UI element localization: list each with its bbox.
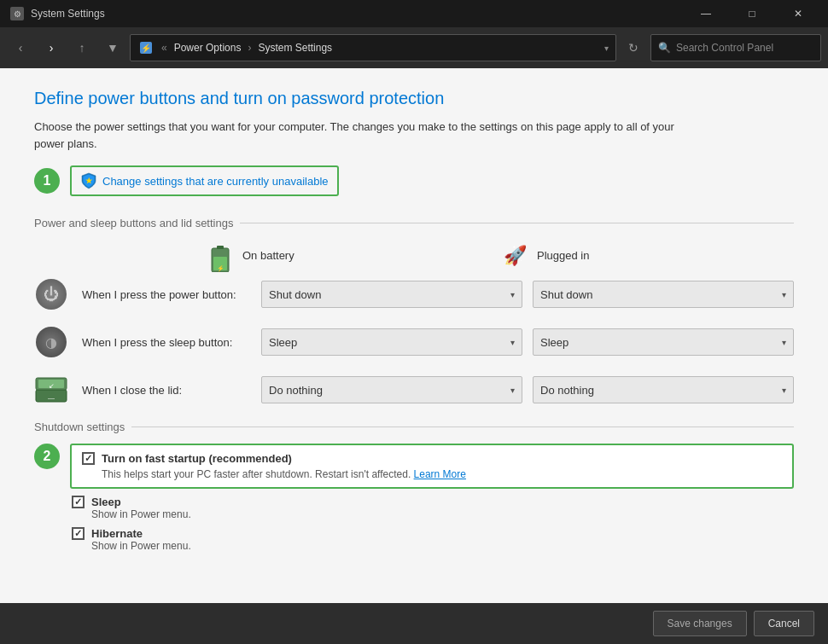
sleep-cb-desc: Show in Power menu.: [91, 508, 794, 520]
close-button[interactable]: ✕: [778, 0, 818, 27]
cancel-button[interactable]: Cancel: [754, 611, 814, 636]
search-icon: 🔍: [658, 42, 671, 54]
hibernate-cb-desc: Show in Power menu.: [91, 540, 794, 552]
breadcrumb-power-options[interactable]: Power Options: [174, 42, 242, 54]
back-button[interactable]: ‹: [7, 34, 34, 61]
hibernate-cb-label: Hibernate: [91, 527, 143, 540]
power-button-controls: Shut down ▾ Shut down ▾: [261, 281, 794, 308]
address-home-icon: ⚡: [137, 39, 155, 56]
sleep-checkbox[interactable]: [72, 496, 85, 508]
sleep-plugged-in-value: Sleep: [540, 336, 569, 349]
lid-plugged-in-dropdown[interactable]: Do nothing ▾: [533, 376, 794, 403]
learn-more-link[interactable]: Learn More: [414, 468, 466, 480]
power-plugged-in-value: Shut down: [540, 288, 592, 301]
title-bar: ⚙ System Settings — □ ✕: [0, 0, 828, 27]
breadcrumb-separator-1: «: [161, 42, 167, 54]
breadcrumb-system-settings[interactable]: System Settings: [258, 42, 332, 54]
power-on-battery-value: Shut down: [269, 288, 321, 301]
page-description: Choose the power settings that you want …: [34, 119, 700, 152]
shutdown-section: Shutdown settings 2 Turn on fast startup…: [34, 421, 794, 552]
up-button[interactable]: ↑: [68, 34, 96, 61]
svg-text:—: —: [48, 394, 55, 402]
svg-text:⚡: ⚡: [217, 264, 224, 272]
sleep-cb-line: Sleep: [72, 496, 794, 508]
breadcrumb-separator-2: ›: [248, 42, 251, 54]
hibernate-checkbox-row: Hibernate Show in Power menu.: [72, 527, 794, 552]
sleep-button-label: When I press the sleep button:: [82, 336, 261, 349]
nav-bar: ‹ › ↑ ▼ ⚡ « Power Options › System Setti…: [0, 27, 828, 68]
on-battery-header: ⚡ On battery: [205, 240, 499, 270]
svg-text:⚡: ⚡: [141, 43, 152, 54]
lid-on-battery-dropdown[interactable]: Do nothing ▾: [261, 376, 522, 403]
sleep-on-battery-dropdown[interactable]: Sleep ▾: [261, 328, 522, 356]
refresh-button[interactable]: ↻: [620, 34, 647, 61]
footer: Save changes Cancel: [0, 603, 828, 644]
power-sleep-section-label: Power and sleep buttons and lid settings: [34, 217, 794, 229]
svg-text:🚀: 🚀: [504, 244, 528, 267]
power-button-icon: ⏻: [34, 277, 68, 311]
maximize-button[interactable]: □: [732, 0, 772, 27]
sleep-plugged-in-dropdown[interactable]: Sleep ▾: [533, 328, 794, 356]
power-on-battery-arrow: ▾: [510, 290, 515, 299]
change-settings-row: 1 ★ Change settings that are currently u…: [34, 165, 794, 196]
lid-icon: — ↙: [34, 373, 68, 407]
app-icon: ⚙: [10, 7, 24, 20]
power-button-label: When I press the power button:: [82, 288, 261, 301]
sleep-button-row: ◑ When I press the sleep button: Sleep ▾…: [34, 325, 794, 359]
main-content: Define power buttons and turn on passwor…: [0, 68, 828, 603]
lid-plugged-in-arrow: ▾: [782, 386, 786, 395]
battery-col-icon: ⚡: [205, 240, 236, 270]
power-on-battery-dropdown[interactable]: Shut down ▾: [261, 281, 522, 308]
sleep-plugged-in-arrow: ▾: [782, 338, 786, 347]
shutdown-section-label: Shutdown settings: [34, 421, 794, 433]
power-plugged-in-arrow: ▾: [782, 290, 786, 299]
lid-on-battery-arrow: ▾: [510, 386, 515, 395]
minimize-button[interactable]: —: [686, 0, 726, 27]
svg-text:★: ★: [85, 177, 93, 185]
recent-button[interactable]: ▼: [99, 34, 126, 61]
page-title: Define power buttons and turn on passwor…: [34, 89, 794, 108]
fast-startup-description: This helps start your PC faster after sh…: [102, 468, 782, 480]
power-plugged-in-dropdown[interactable]: Shut down ▾: [533, 281, 794, 308]
svg-rect-4: [217, 246, 224, 249]
shield-icon: ★: [80, 172, 97, 189]
power-button-row: ⏻ When I press the power button: Shut do…: [34, 277, 794, 311]
save-changes-button[interactable]: Save changes: [653, 611, 747, 636]
address-chevron-icon[interactable]: ▾: [604, 44, 609, 53]
sleep-button-controls: Sleep ▾ Sleep ▾: [261, 328, 794, 356]
fast-startup-row: 2 Turn on fast startup (recommended) Thi…: [34, 444, 794, 489]
window-title: System Settings: [31, 8, 686, 20]
forward-button[interactable]: ›: [38, 34, 65, 61]
table-header: ⚡ On battery 🚀 Plugged in: [34, 240, 794, 270]
sleep-on-battery-arrow: ▾: [510, 338, 515, 347]
plugged-in-header: 🚀 Plugged in: [499, 240, 794, 270]
window-controls: — □ ✕: [686, 0, 818, 27]
hibernate-checkbox[interactable]: [72, 527, 85, 540]
change-settings-link[interactable]: ★ Change settings that are currently una…: [70, 165, 339, 196]
hibernate-cb-line: Hibernate: [72, 527, 794, 540]
lid-on-battery-value: Do nothing: [269, 384, 323, 397]
step-1-badge: 1: [34, 168, 60, 194]
lid-label: When I close the lid:: [82, 384, 261, 397]
sleep-cb-label: Sleep: [91, 496, 121, 508]
fast-startup-label: Turn on fast startup (recommended): [102, 452, 292, 465]
lid-controls: Do nothing ▾ Do nothing ▾: [261, 376, 794, 403]
svg-text:↙: ↙: [49, 382, 55, 390]
sleep-on-battery-value: Sleep: [269, 336, 297, 349]
search-bar[interactable]: 🔍 Search Control Panel: [650, 34, 821, 61]
sleep-button-icon: ◑: [34, 325, 68, 359]
fast-startup-checkbox[interactable]: [82, 452, 95, 465]
fast-startup-checkbox-row: Turn on fast startup (recommended): [82, 452, 782, 465]
fast-startup-box: Turn on fast startup (recommended) This …: [70, 444, 794, 489]
rocket-col-icon: 🚀: [499, 240, 530, 270]
change-settings-text: Change settings that are currently unava…: [102, 175, 329, 188]
step-2-badge: 2: [34, 444, 60, 469]
lid-plugged-in-value: Do nothing: [540, 384, 594, 397]
lid-row: — ↙ When I close the lid: Do nothing ▾ D…: [34, 373, 794, 407]
address-bar[interactable]: ⚡ « Power Options › System Settings ▾: [130, 34, 616, 61]
sleep-checkbox-row: Sleep Show in Power menu.: [72, 496, 794, 520]
search-placeholder: Search Control Panel: [676, 42, 773, 54]
